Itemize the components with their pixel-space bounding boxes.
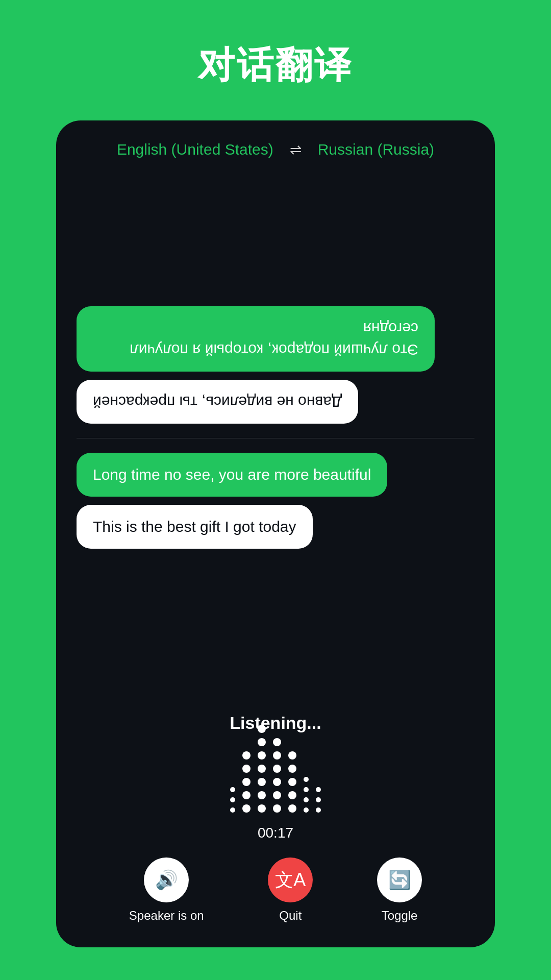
translate-icon: 文A <box>275 868 306 893</box>
dot <box>288 778 296 786</box>
dot <box>242 804 251 813</box>
dot <box>230 807 235 813</box>
wave-col-4 <box>273 738 281 813</box>
chat-area: Это лучший подарок, который я получил се… <box>56 174 495 703</box>
dot <box>273 751 281 760</box>
wave-col-5 <box>288 751 296 813</box>
dot <box>304 797 309 802</box>
dot <box>258 738 266 746</box>
quit-control[interactable]: 文A Quit <box>268 857 313 923</box>
dot <box>258 725 266 733</box>
lang-right[interactable]: Russian (Russia) <box>318 141 434 158</box>
dot <box>273 804 281 813</box>
bubble-english-white: This is the best gift I got today <box>77 505 313 549</box>
toggle-button[interactable]: 🔄 <box>377 857 422 902</box>
dot <box>258 804 266 813</box>
dot <box>273 765 281 773</box>
toggle-control[interactable]: 🔄 Toggle <box>377 857 422 923</box>
flipped-white-text: Давно не виделись, ты прекрасней <box>93 391 342 412</box>
quit-button[interactable]: 文A <box>268 857 313 902</box>
bottom-chat-section: Long time no see, you are more beautiful… <box>77 445 474 703</box>
dot <box>316 787 321 792</box>
swap-icon[interactable]: ⇌ <box>290 141 302 158</box>
toggle-label: Toggle <box>382 909 418 923</box>
main-card: English (United States) ⇌ Russian (Russi… <box>56 120 495 947</box>
dot <box>258 765 266 773</box>
speaker-control[interactable]: 🔊 Speaker is on <box>129 857 204 923</box>
wave-col-2 <box>242 751 251 813</box>
speaker-label: Speaker is on <box>129 909 204 923</box>
dot <box>316 797 321 802</box>
quit-label: Quit <box>279 909 302 923</box>
speaker-icon: 🔊 <box>155 869 178 891</box>
dot <box>242 778 251 786</box>
dot <box>273 778 281 786</box>
dot <box>288 804 296 813</box>
bottom-controls: 🔊 Speaker is on 文A Quit 🔄 Toggle <box>56 845 495 947</box>
dot <box>288 791 296 799</box>
dot <box>304 777 309 782</box>
bubble-flipped-white: Давно не виделись, ты прекрасней <box>77 380 358 424</box>
dot <box>242 765 251 773</box>
listening-section: Listening... <box>56 703 495 841</box>
top-chat-section: Это лучший подарок, который я получил се… <box>77 174 474 432</box>
dot <box>288 751 296 760</box>
dot <box>242 791 251 799</box>
speaker-button[interactable]: 🔊 <box>144 857 189 902</box>
dot <box>258 791 266 799</box>
english-green-text: Long time no see, you are more beautiful <box>93 466 371 483</box>
toggle-icon: 🔄 <box>388 869 411 891</box>
dot <box>230 797 235 802</box>
dot <box>273 738 281 746</box>
wave-col-7 <box>316 787 321 813</box>
waveform <box>220 741 331 813</box>
dot <box>242 751 251 760</box>
wave-col-3 <box>258 725 266 813</box>
timer-display: 00:17 <box>258 825 293 841</box>
wave-col-1 <box>230 787 235 813</box>
bubble-flipped-green: Это лучший подарок, который я получил се… <box>77 306 435 372</box>
flipped-green-text: Это лучший подарок, который я получил се… <box>93 317 418 360</box>
section-divider <box>77 438 474 438</box>
dot <box>273 791 281 799</box>
listening-status: Listening... <box>230 713 321 733</box>
bubble-english-green: Long time no see, you are more beautiful <box>77 453 387 497</box>
language-header: English (United States) ⇌ Russian (Russi… <box>56 120 495 174</box>
english-white-text: This is the best gift I got today <box>93 518 296 535</box>
dot <box>316 807 321 813</box>
wave-col-6 <box>304 777 309 813</box>
dot <box>304 787 309 792</box>
page-title: 对话翻译 <box>198 41 353 90</box>
dot <box>304 807 309 813</box>
dot <box>258 778 266 786</box>
dot <box>288 765 296 773</box>
lang-left[interactable]: English (United States) <box>117 141 273 158</box>
dot <box>258 751 266 760</box>
dot <box>230 787 235 792</box>
